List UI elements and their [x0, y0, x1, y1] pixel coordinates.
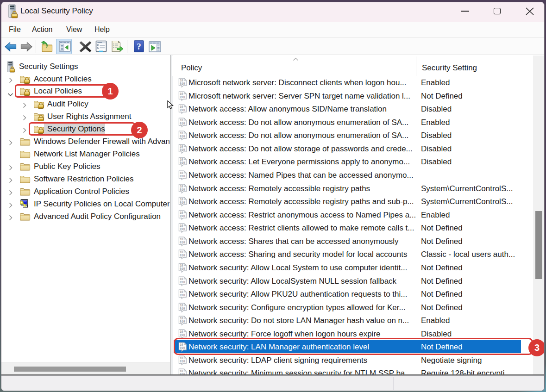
svg-text:010: 010 — [180, 254, 185, 257]
svg-text:010: 010 — [180, 228, 185, 231]
svg-text:010: 010 — [180, 95, 185, 99]
svg-text:010: 010 — [180, 241, 185, 244]
svg-text:010: 010 — [180, 280, 185, 284]
svg-text:010: 010 — [180, 360, 185, 363]
svg-text:010: 010 — [180, 201, 185, 205]
svg-text:010: 010 — [180, 149, 185, 152]
svg-text:010: 010 — [180, 294, 185, 297]
svg-text:010: 010 — [180, 162, 185, 165]
svg-text:010: 010 — [180, 82, 185, 86]
svg-text:010: 010 — [180, 333, 185, 336]
svg-text:010: 010 — [180, 307, 185, 310]
svg-text:010: 010 — [180, 320, 185, 324]
svg-text:010: 010 — [180, 214, 185, 218]
svg-text:010: 010 — [180, 268, 185, 271]
svg-text:010: 010 — [180, 175, 185, 178]
svg-text:010: 010 — [180, 122, 185, 125]
svg-text:010: 010 — [180, 135, 185, 138]
svg-text:010: 010 — [180, 188, 185, 191]
svg-text:010: 010 — [180, 109, 185, 112]
